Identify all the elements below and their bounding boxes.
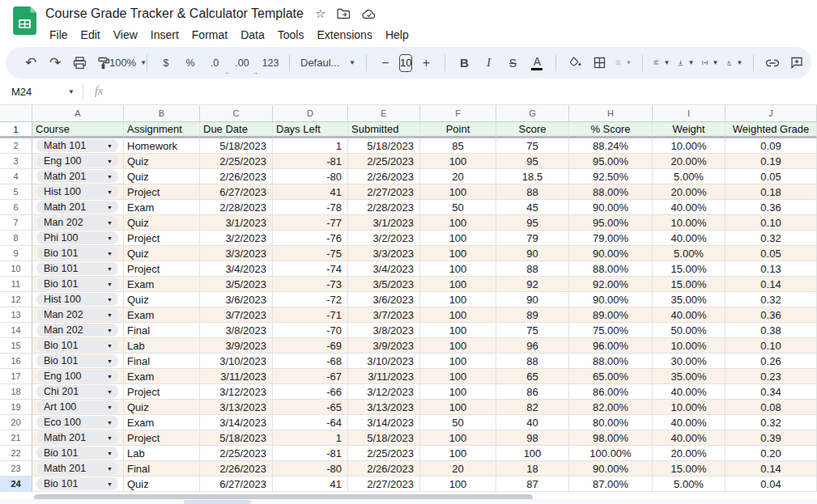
cell[interactable]: Lab <box>124 446 200 461</box>
cell-course[interactable]: Art 100▼ <box>32 400 124 415</box>
cell[interactable]: 0.05 <box>726 246 817 261</box>
course-chip[interactable]: Phi 100▼ <box>36 231 118 244</box>
header-cell-weighted-grade[interactable]: Weighted Grade <box>726 122 817 138</box>
cell[interactable]: Lab <box>124 338 200 354</box>
cell[interactable]: 35.00% <box>653 369 726 384</box>
cell[interactable]: 98.00% <box>569 430 653 446</box>
cell[interactable]: 88.00% <box>569 261 653 277</box>
cell[interactable]: -72 <box>273 292 348 307</box>
cell[interactable]: 3/11/2023 <box>200 369 273 384</box>
borders-button[interactable] <box>589 53 610 74</box>
cell[interactable]: 5.00% <box>653 246 726 261</box>
cell[interactable]: Exam <box>124 307 200 323</box>
cell-course[interactable]: Eng 100▼ <box>32 369 124 384</box>
course-chip[interactable]: Man 202▼ <box>36 216 118 229</box>
text-wrap-button[interactable]: ▼ <box>700 53 721 74</box>
cell[interactable]: 100 <box>420 231 496 246</box>
course-chip[interactable]: Man 202▼ <box>36 324 118 337</box>
cell[interactable]: -80 <box>273 461 348 476</box>
cell[interactable]: 2/26/2023 <box>348 461 420 476</box>
cell[interactable]: 95 <box>496 215 569 231</box>
cell[interactable]: 90.00% <box>569 246 653 261</box>
cell[interactable]: Exam <box>124 200 200 215</box>
cell-course[interactable]: Man 202▼ <box>32 215 124 231</box>
cell[interactable]: 0.20 <box>726 446 817 461</box>
cell[interactable]: 40.00% <box>653 430 726 446</box>
decrease-font-size-button[interactable]: − <box>375 53 396 74</box>
header-cell--score[interactable]: % Score <box>569 122 653 138</box>
insert-chart-button[interactable] <box>811 53 811 74</box>
cell[interactable]: 0.36 <box>726 200 817 215</box>
cell-course[interactable]: Bio 101▼ <box>32 277 124 292</box>
cell[interactable]: 0.38 <box>726 323 817 338</box>
cell[interactable]: 86 <box>496 384 569 400</box>
course-chip[interactable]: Eng 100▼ <box>36 370 118 383</box>
cell[interactable]: 75 <box>496 138 569 154</box>
cell[interactable]: 3/5/2023 <box>348 277 420 292</box>
cell[interactable]: -75 <box>273 246 348 261</box>
column-header-D[interactable]: D <box>273 105 348 122</box>
cell[interactable]: Quiz <box>124 292 200 307</box>
column-header-B[interactable]: B <box>124 105 200 122</box>
course-chip[interactable]: Bio 101▼ <box>36 277 118 290</box>
cell[interactable]: 3/13/2023 <box>200 400 273 415</box>
cell-course[interactable]: Bio 101▼ <box>32 354 124 369</box>
cell[interactable]: 3/14/2023 <box>348 415 420 430</box>
cell[interactable]: 0.08 <box>726 400 817 415</box>
row-header-21[interactable]: 21 <box>0 430 32 446</box>
cell[interactable]: -73 <box>273 277 348 292</box>
cell[interactable]: 100 <box>420 323 496 338</box>
zoom-select[interactable]: 100%▼ <box>117 53 138 74</box>
cell[interactable]: 50.00% <box>653 323 726 338</box>
course-chip[interactable]: Bio 101▼ <box>36 262 118 275</box>
cell-course[interactable]: Bio 101▼ <box>32 446 124 461</box>
cell[interactable]: 100.00% <box>569 446 653 461</box>
cell[interactable]: 90.00% <box>569 461 653 476</box>
row-header-19[interactable]: 19 <box>0 400 32 415</box>
row-header-3[interactable]: 3 <box>0 154 32 169</box>
cell[interactable]: 0.10 <box>726 215 817 231</box>
cell[interactable]: 2/26/2023 <box>200 461 273 476</box>
cell-course[interactable]: Math 201▼ <box>32 200 124 215</box>
column-header-E[interactable]: E <box>348 105 420 122</box>
cell[interactable]: 6/27/2023 <box>200 184 273 200</box>
cell[interactable]: -68 <box>273 354 348 369</box>
cell[interactable]: 82.00% <box>569 400 653 415</box>
cell[interactable]: -78 <box>273 200 348 215</box>
cloud-saved-icon[interactable] <box>362 9 377 19</box>
cell[interactable]: 40.00% <box>653 384 726 400</box>
cell[interactable]: 2/25/2023 <box>200 446 273 461</box>
cell-course[interactable]: Math 101▼ <box>32 138 124 154</box>
cell[interactable]: 2/26/2023 <box>348 169 420 184</box>
cell[interactable]: 2/28/2023 <box>200 200 273 215</box>
cell[interactable]: 10.00% <box>653 338 726 354</box>
print-button[interactable] <box>69 53 90 74</box>
cell[interactable]: 15.00% <box>653 461 726 476</box>
cell[interactable]: Exam <box>124 369 200 384</box>
column-header-I[interactable]: I <box>653 105 726 122</box>
cell-course[interactable]: Man 202▼ <box>32 323 124 338</box>
cell[interactable]: -76 <box>273 231 348 246</box>
cell-course[interactable]: Math 201▼ <box>32 430 124 446</box>
more-formats-button[interactable]: 123 <box>260 53 281 74</box>
cell[interactable]: 88.00% <box>569 354 653 369</box>
insert-comment-button[interactable] <box>786 53 807 74</box>
menu-file[interactable]: File <box>43 27 74 43</box>
insert-link-button[interactable] <box>762 53 783 74</box>
cell[interactable]: 30.00% <box>653 354 726 369</box>
merge-cells-button[interactable]: ▼ <box>613 53 634 74</box>
course-chip[interactable]: Math 201▼ <box>36 462 118 475</box>
cell[interactable]: -80 <box>273 169 348 184</box>
cell[interactable]: 2/25/2023 <box>200 154 273 169</box>
cell[interactable]: 0.13 <box>726 261 817 277</box>
cell[interactable]: 96 <box>496 338 569 354</box>
increase-font-size-button[interactable]: + <box>415 53 436 74</box>
cell-course[interactable]: Man 202▼ <box>32 307 124 323</box>
cell[interactable]: 3/3/2023 <box>200 246 273 261</box>
cell-course[interactable]: Bio 101▼ <box>32 338 124 354</box>
row-header-15[interactable]: 15 <box>0 338 32 354</box>
text-rotation-button[interactable]: ▼ <box>724 53 745 74</box>
cell[interactable]: Quiz <box>124 246 200 261</box>
font-select[interactable]: Defaul...▼ <box>298 53 358 74</box>
formula-input[interactable] <box>103 78 817 104</box>
